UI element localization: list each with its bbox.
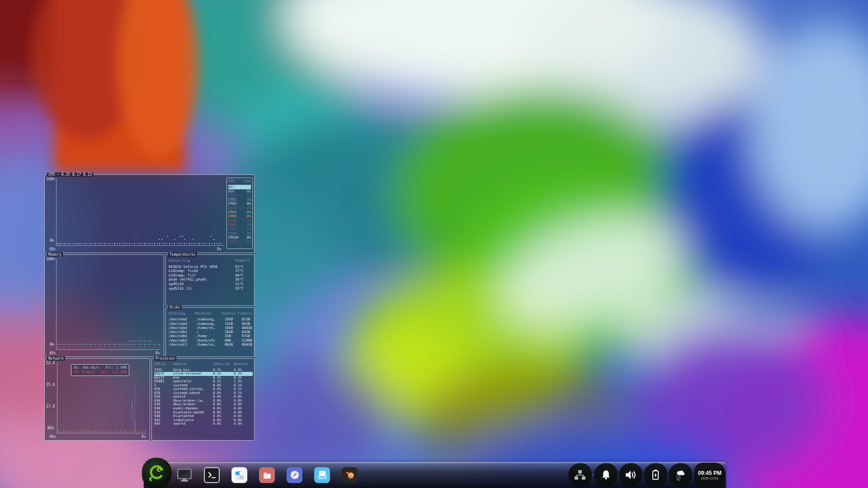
cpu-legend-row[interactable]: CPU2 0% <box>228 202 251 206</box>
network-y-1: 17.8 <box>46 404 55 408</box>
tx-legend: TX: 0.0b/s All: 112.4KB <box>74 370 127 375</box>
dock-app-icons <box>176 462 358 488</box>
process-row[interactable]: 945 smartd 0.0% 0.0% <box>154 422 253 426</box>
cpu-legend-row[interactable]: CPU3 0% <box>228 206 251 210</box>
battery-charging-icon <box>650 469 661 481</box>
cpu-panel: CPU ─ 0.35 0.17 0.12 100% 0% 60s 0s <box>44 174 255 253</box>
network-y-2: 35.6 <box>46 383 55 387</box>
settings-toggles-icon[interactable] <box>231 467 247 483</box>
cpu-legend-row[interactable]: CPU4 0% <box>228 210 251 214</box>
desktop: CPU ─ 0.35 0.17 0.12 100% 0% 60s 0s <box>0 0 868 488</box>
rx-spike-2 <box>132 400 132 420</box>
temperatures-table: Sensor(s)▲ Temp(t) NVIDIA GeForce RTX 30… <box>169 258 252 304</box>
cpu-legend-row[interactable]: CPU8 0% <box>228 227 251 231</box>
mail-icon[interactable] <box>314 467 330 483</box>
network-x-left: 60s <box>49 435 56 439</box>
temperature-row[interactable]: phy0 (mt7921_phy0) 36°C <box>169 277 252 282</box>
terminal-icon[interactable] <box>204 467 220 483</box>
cpu-legend-row[interactable]: CPU11 0% <box>228 239 251 244</box>
disk-row[interactable]: /dev/sda3 /samsung… 15GB 85GB <box>169 322 252 326</box>
clock-widget[interactable]: 09:45 PM 2025-12-01 <box>694 463 725 487</box>
cpu-y-max: 100% <box>46 177 55 181</box>
swap-series <box>57 347 160 347</box>
ram-series-rise <box>129 341 153 342</box>
system-monitor-window[interactable]: CPU ─ 0.35 0.17 0.12 100% 0% 60s 0s <box>44 174 255 441</box>
cpu-legend-row[interactable]: All <box>228 185 251 189</box>
network-panel-title: Network <box>47 357 65 361</box>
network-panel: Network 53.4 35.6 17.8 0Kb 60s 0s RX: 46… <box>44 358 150 441</box>
cpu-load-average: ─ 0.35 0.17 0.12 <box>57 173 92 177</box>
clock-date: 2025-12-01 <box>701 476 718 480</box>
tray-expander[interactable]: › <box>592 473 594 477</box>
network-y-3: 53.4 <box>46 361 55 365</box>
rx-spike <box>134 386 135 431</box>
temperature-row[interactable]: spd5118 (1) 29°C <box>169 286 252 291</box>
processes-panel-title: Processes <box>154 357 176 361</box>
processes-rows: 7151 Xorg.bin 0.1% 0.9% 85615 xfce4-term… <box>154 368 253 426</box>
cpu-legend-row[interactable]: CPU5 0% <box>228 214 251 218</box>
cpu-panel-title: CPU ─ 0.35 0.17 0.12 <box>47 173 93 177</box>
temperature-row[interactable]: spd5118 31°C <box>169 282 252 286</box>
rx-legend: RX: 466.0b/s All: 2.0MB <box>74 366 127 370</box>
cpu-legend-row[interactable]: CPU7 1% <box>228 223 251 227</box>
memory-panel-title: Memory <box>47 253 63 257</box>
temperatures-panel: Temperatures Sensor(s)▲ Temp(t) NVIDIA G… <box>165 254 255 306</box>
battery-button[interactable] <box>644 463 667 487</box>
disks-table: Disk(d)▲ Mount(m) Used(u) Free(n) /dev/s… <box>169 311 252 355</box>
cpu-legend-row[interactable]: CPU9 0% <box>228 231 251 235</box>
disk-row[interactable]: /dev/sdc1 /home/co… 86GB 864GB <box>169 343 252 347</box>
temperatures-header: Sensor(s)▲ Temp(t) <box>169 258 252 263</box>
cpu-legend-row[interactable]: CPU10 0% <box>228 235 251 239</box>
weather-snow-icon <box>674 469 687 481</box>
app-launcher-button[interactable] <box>142 458 172 488</box>
processes-header: PID(p) Name(n) CPU%(c)▼ Mem%(m) <box>154 362 253 366</box>
disk-row[interactable]: /dev/sdb1 / 16GB 64GB <box>169 330 252 334</box>
cpu-graph: 100% 0% 60s 0s <box>45 175 254 253</box>
temperature-row[interactable]: NVIDIA GeForce RTX 3050 53°C <box>169 265 252 269</box>
disk-row[interactable]: /dev/sda2 /samsung… 18GB 81GB <box>169 317 252 321</box>
disk-row[interactable]: /dev/sdb3 /boot/efi 6MB 510MB <box>169 338 252 343</box>
memory-y-max: 100% <box>46 257 55 261</box>
opensuse-logo-icon <box>147 464 166 483</box>
dock-tray: › <box>568 462 725 488</box>
processes-table: PID(p) Name(n) CPU%(c)▼ Mem%(m) 7151 Xor… <box>154 362 253 439</box>
cpu-title-text: CPU <box>48 173 55 177</box>
volume-button[interactable] <box>619 463 642 487</box>
memory-panel: Memory 100% 0% 60s 0s <box>44 254 164 357</box>
memory-y-min: 0% <box>50 343 54 347</box>
cpu-x-left: 60s <box>49 247 56 251</box>
volume-icon <box>624 469 637 481</box>
cpu-all-series <box>57 243 223 244</box>
temperature-row[interactable]: k10temp: Tccd1 37°C <box>169 269 252 273</box>
file-manager-icon[interactable] <box>259 467 275 483</box>
clock-time: 09:45 PM <box>698 470 722 476</box>
disks-rows: /dev/sda2 /samsung… 18GB 81GB /dev/sda3 … <box>169 317 252 347</box>
tx-series <box>58 431 146 432</box>
network-y-0: 0Kb <box>47 426 54 430</box>
disk-row[interactable]: /dev/sdb2 /home 3GB 97GB <box>169 334 252 338</box>
cpu-legend-header: CPU Use <box>228 179 251 183</box>
notifications-bell-icon <box>600 469 612 481</box>
network-x-right: 0s <box>142 435 146 439</box>
web-browser-icon[interactable] <box>287 467 302 483</box>
disks-header: Disk(d)▲ Mount(m) Used(u) Free(n) <box>169 311 252 315</box>
disk-row[interactable]: /dev/sda4 /home/st… 16GB 484GB <box>169 326 252 330</box>
memory-x-left: 60s <box>49 351 56 355</box>
cpu-legend-row[interactable]: AVG 0% <box>228 189 251 193</box>
processes-panel: Processes PID(p) Name(n) CPU%(c)▼ Mem%(m… <box>151 358 255 441</box>
display-icon[interactable] <box>176 467 192 483</box>
network-tray-button[interactable] <box>568 463 592 487</box>
disks-panel: Disks Disk(d)▲ Mount(m) Used(u) Free(n) … <box>165 307 255 357</box>
ram-series <box>57 344 160 345</box>
weather-button[interactable] <box>669 463 692 487</box>
cpu-legend-row[interactable]: CPU6 0% <box>228 219 251 223</box>
memory-plot <box>56 258 161 350</box>
cpu-x-right: 0s <box>217 247 222 251</box>
blender-icon[interactable] <box>342 467 358 483</box>
temperature-row[interactable]: k10temp: Tctl 44°C <box>169 273 252 278</box>
notifications-button[interactable] <box>594 463 618 487</box>
cpu-legend-row[interactable]: CPU0 0% <box>228 193 251 197</box>
cpu-legend-list: All AVG 0% CPU0 0% <box>228 185 251 244</box>
network-graph: 53.4 35.6 17.8 0Kb 60s 0s RX: 466.0b/s A… <box>45 359 150 440</box>
cpu-legend-row[interactable]: CPU1 1% <box>228 197 251 202</box>
